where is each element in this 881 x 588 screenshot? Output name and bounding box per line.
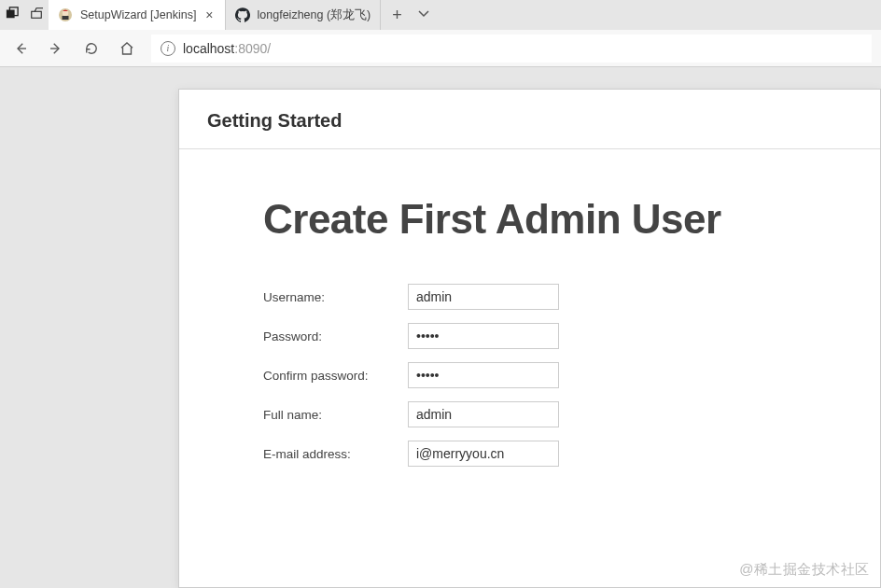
page-title: Create First Admin User — [263, 196, 852, 243]
confirm-password-label: Confirm password: — [263, 369, 408, 383]
site-info-icon[interactable]: i — [161, 41, 175, 56]
setup-wizard-panel: Getting Started Create First Admin User … — [178, 89, 881, 588]
home-button[interactable] — [116, 37, 138, 60]
email-label: E-mail address: — [263, 447, 408, 461]
forward-button[interactable] — [45, 37, 67, 60]
tab-title: SetupWizard [Jenkins] — [80, 8, 196, 21]
confirm-password-input[interactable] — [408, 362, 559, 388]
username-input[interactable] — [408, 284, 559, 310]
browser-tab-1[interactable]: longfeizheng (郑龙飞) — [226, 0, 382, 30]
refresh-button[interactable] — [80, 37, 103, 60]
username-label: Username: — [263, 290, 408, 304]
url-text: localhost:8090/ — [183, 40, 271, 57]
email-input[interactable] — [408, 441, 559, 467]
tab-title: longfeizheng (郑龙飞) — [258, 7, 371, 23]
svg-rect-0 — [7, 10, 15, 19]
watermark-text: @稀土掘金技术社区 — [739, 561, 870, 579]
window-tab-icon[interactable] — [6, 7, 19, 23]
password-label: Password: — [263, 329, 408, 343]
password-input[interactable] — [408, 323, 559, 349]
panel-header: Getting Started — [179, 90, 880, 149]
fullname-input[interactable] — [408, 401, 559, 427]
back-button[interactable] — [9, 37, 32, 60]
url-box[interactable]: i localhost:8090/ — [151, 35, 872, 63]
svg-rect-2 — [32, 11, 42, 18]
github-favicon — [235, 7, 250, 22]
fullname-label: Full name: — [263, 408, 408, 422]
svg-rect-5 — [63, 16, 69, 20]
jenkins-favicon — [58, 7, 73, 22]
new-tab-button[interactable]: + — [392, 6, 402, 25]
tab-list-icon[interactable] — [417, 7, 430, 23]
browser-titlebar: SetupWizard [Jenkins] × longfeizheng (郑龙… — [0, 0, 881, 30]
close-icon[interactable]: × — [203, 8, 215, 21]
window-restore-icon[interactable] — [30, 7, 43, 23]
browser-tab-0[interactable]: SetupWizard [Jenkins] × — [49, 0, 226, 30]
browser-address-bar: i localhost:8090/ — [0, 30, 881, 67]
